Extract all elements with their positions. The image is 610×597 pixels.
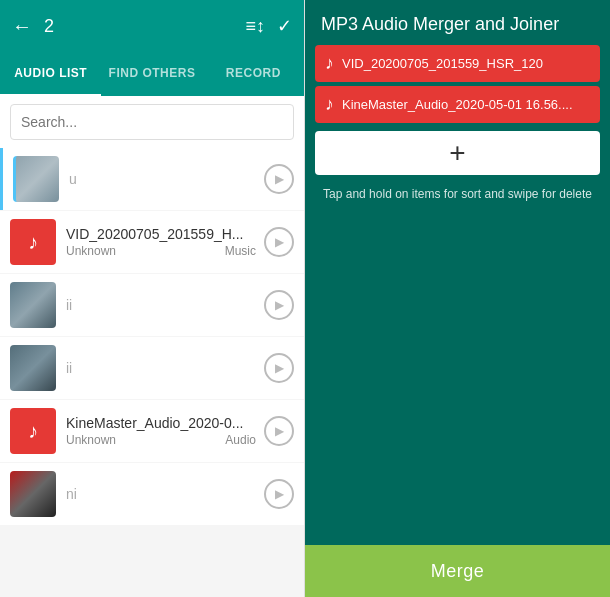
- merged-item-title: KineMaster_Audio_2020-05-01 16.56....: [342, 97, 573, 112]
- music-icon: ♪: [325, 94, 334, 115]
- audio-meta: Unknown Music: [66, 244, 256, 258]
- merge-button-container: Merge: [305, 545, 610, 597]
- list-item[interactable]: ♪ VID_20200705_201559_H... Unknown Music…: [0, 211, 304, 273]
- audio-meta: Unknown Audio: [66, 433, 256, 447]
- back-button[interactable]: ←: [12, 15, 32, 38]
- tab-audio-list[interactable]: AUDIO LIST: [0, 52, 101, 96]
- audio-info: VID_20200705_201559_H... Unknown Music: [66, 226, 256, 258]
- tabs-bar: AUDIO LIST FIND OTHERS RECORD: [0, 52, 304, 96]
- right-panel: MP3 Audio Merger and Joiner ♪ VID_202007…: [305, 0, 610, 597]
- audio-artist: Unknown: [66, 433, 116, 447]
- audio-category: Audio: [225, 433, 256, 447]
- audio-info: KineMaster_Audio_2020-0... Unknown Audio: [66, 415, 256, 447]
- audio-info: u: [69, 171, 256, 187]
- audio-title: ii: [66, 297, 256, 313]
- play-button[interactable]: ▶: [264, 416, 294, 446]
- audio-info: ii: [66, 297, 256, 313]
- play-button[interactable]: ▶: [264, 227, 294, 257]
- search-input[interactable]: [10, 104, 294, 140]
- play-button[interactable]: ▶: [264, 479, 294, 509]
- list-item[interactable]: ♪ KineMaster_Audio_2020-0... Unknown Aud…: [0, 400, 304, 462]
- merged-item[interactable]: ♪ KineMaster_Audio_2020-05-01 16.56....: [315, 86, 600, 123]
- list-item[interactable]: ii ▶: [0, 337, 304, 399]
- audio-thumbnail: ♪: [10, 219, 56, 265]
- audio-info: ii: [66, 360, 256, 376]
- audio-thumbnail: [10, 282, 56, 328]
- music-icon: ♪: [28, 231, 38, 254]
- sort-button[interactable]: ≡↕: [245, 16, 265, 37]
- play-button[interactable]: ▶: [264, 353, 294, 383]
- list-item[interactable]: ii ▶: [0, 274, 304, 336]
- audio-thumbnail: ♪: [10, 408, 56, 454]
- plus-icon: +: [449, 137, 465, 169]
- merged-item[interactable]: ♪ VID_20200705_201559_HSR_120: [315, 45, 600, 82]
- audio-artist: Unknown: [66, 244, 116, 258]
- list-item[interactable]: u ▶: [0, 148, 304, 210]
- music-icon: ♪: [325, 53, 334, 74]
- selection-count: 2: [44, 16, 233, 37]
- audio-info: ni: [66, 486, 256, 502]
- play-button[interactable]: ▶: [264, 164, 294, 194]
- merged-list: ♪ VID_20200705_201559_HSR_120 ♪ KineMast…: [305, 45, 610, 123]
- play-button[interactable]: ▶: [264, 290, 294, 320]
- right-header: MP3 Audio Merger and Joiner: [305, 0, 610, 45]
- audio-title: u: [69, 171, 256, 187]
- audio-list: u ▶ ♪ VID_20200705_201559_H... Unknown M…: [0, 148, 304, 597]
- app-title: MP3 Audio Merger and Joiner: [321, 14, 594, 35]
- confirm-button[interactable]: ✓: [277, 15, 292, 37]
- add-button[interactable]: +: [315, 131, 600, 175]
- music-icon: ♪: [28, 420, 38, 443]
- audio-title: VID_20200705_201559_H...: [66, 226, 256, 242]
- left-header: ← 2 ≡↕ ✓: [0, 0, 304, 52]
- audio-category: Music: [225, 244, 256, 258]
- audio-thumbnail: [13, 156, 59, 202]
- merged-item-title: VID_20200705_201559_HSR_120: [342, 56, 543, 71]
- audio-title: KineMaster_Audio_2020-0...: [66, 415, 256, 431]
- merge-button[interactable]: Merge: [305, 545, 610, 597]
- audio-title: ni: [66, 486, 256, 502]
- hint-text: Tap and hold on items for sort and swipe…: [305, 183, 610, 205]
- audio-thumbnail: [10, 471, 56, 517]
- search-container: [0, 96, 304, 148]
- left-panel: ← 2 ≡↕ ✓ AUDIO LIST FIND OTHERS RECORD u…: [0, 0, 305, 597]
- tab-find-others[interactable]: FIND OTHERS: [101, 52, 202, 96]
- audio-thumbnail: [10, 345, 56, 391]
- list-item[interactable]: ni ▶: [0, 463, 304, 525]
- tab-record[interactable]: RECORD: [203, 52, 304, 96]
- audio-title: ii: [66, 360, 256, 376]
